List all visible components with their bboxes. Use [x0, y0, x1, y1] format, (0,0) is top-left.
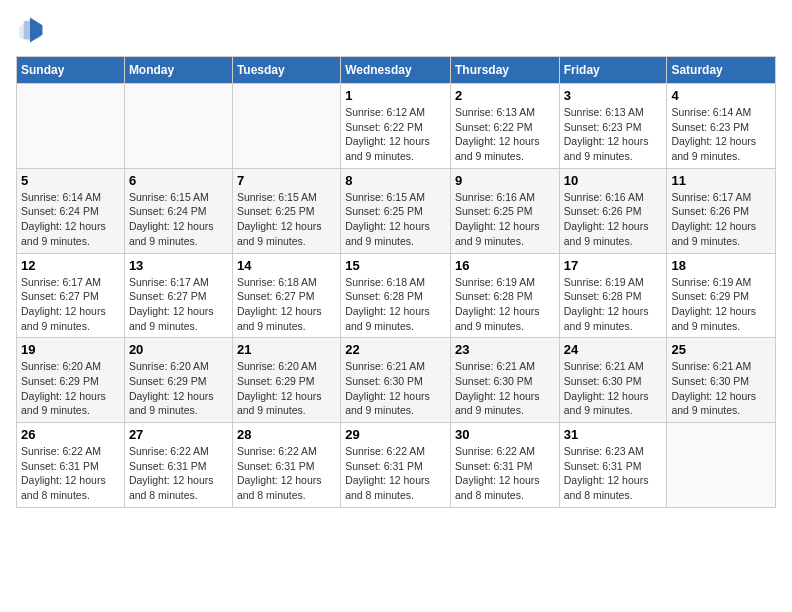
- logo: [16, 16, 48, 44]
- calendar-cell: 15Sunrise: 6:18 AMSunset: 6:28 PMDayligh…: [341, 253, 451, 338]
- day-number: 1: [345, 88, 446, 103]
- calendar-cell: 27Sunrise: 6:22 AMSunset: 6:31 PMDayligh…: [124, 423, 232, 508]
- day-number: 25: [671, 342, 771, 357]
- calendar-week-3: 19Sunrise: 6:20 AMSunset: 6:29 PMDayligh…: [17, 338, 776, 423]
- calendar-cell: 5Sunrise: 6:14 AMSunset: 6:24 PMDaylight…: [17, 168, 125, 253]
- calendar-cell: [667, 423, 776, 508]
- day-number: 11: [671, 173, 771, 188]
- day-info: Sunrise: 6:13 AMSunset: 6:22 PMDaylight:…: [455, 105, 555, 164]
- day-info: Sunrise: 6:19 AMSunset: 6:28 PMDaylight:…: [564, 275, 663, 334]
- day-info: Sunrise: 6:20 AMSunset: 6:29 PMDaylight:…: [237, 359, 336, 418]
- calendar-cell: 11Sunrise: 6:17 AMSunset: 6:26 PMDayligh…: [667, 168, 776, 253]
- calendar-cell: 19Sunrise: 6:20 AMSunset: 6:29 PMDayligh…: [17, 338, 125, 423]
- day-info: Sunrise: 6:22 AMSunset: 6:31 PMDaylight:…: [21, 444, 120, 503]
- calendar-cell: 26Sunrise: 6:22 AMSunset: 6:31 PMDayligh…: [17, 423, 125, 508]
- day-info: Sunrise: 6:20 AMSunset: 6:29 PMDaylight:…: [129, 359, 228, 418]
- day-number: 12: [21, 258, 120, 273]
- day-number: 29: [345, 427, 446, 442]
- calendar-cell: 16Sunrise: 6:19 AMSunset: 6:28 PMDayligh…: [450, 253, 559, 338]
- day-info: Sunrise: 6:21 AMSunset: 6:30 PMDaylight:…: [564, 359, 663, 418]
- calendar-header-tuesday: Tuesday: [232, 57, 340, 84]
- calendar-cell: 12Sunrise: 6:17 AMSunset: 6:27 PMDayligh…: [17, 253, 125, 338]
- day-info: Sunrise: 6:12 AMSunset: 6:22 PMDaylight:…: [345, 105, 446, 164]
- day-number: 17: [564, 258, 663, 273]
- day-info: Sunrise: 6:19 AMSunset: 6:28 PMDaylight:…: [455, 275, 555, 334]
- day-info: Sunrise: 6:15 AMSunset: 6:25 PMDaylight:…: [345, 190, 446, 249]
- logo-icon: [16, 16, 44, 44]
- day-number: 18: [671, 258, 771, 273]
- calendar-cell: 25Sunrise: 6:21 AMSunset: 6:30 PMDayligh…: [667, 338, 776, 423]
- day-number: 6: [129, 173, 228, 188]
- calendar-cell: 29Sunrise: 6:22 AMSunset: 6:31 PMDayligh…: [341, 423, 451, 508]
- calendar-header-saturday: Saturday: [667, 57, 776, 84]
- day-number: 15: [345, 258, 446, 273]
- day-info: Sunrise: 6:16 AMSunset: 6:25 PMDaylight:…: [455, 190, 555, 249]
- day-info: Sunrise: 6:13 AMSunset: 6:23 PMDaylight:…: [564, 105, 663, 164]
- calendar-body: 1Sunrise: 6:12 AMSunset: 6:22 PMDaylight…: [17, 84, 776, 508]
- day-number: 26: [21, 427, 120, 442]
- page-header: [16, 16, 776, 44]
- calendar-cell: 1Sunrise: 6:12 AMSunset: 6:22 PMDaylight…: [341, 84, 451, 169]
- day-number: 27: [129, 427, 228, 442]
- day-info: Sunrise: 6:23 AMSunset: 6:31 PMDaylight:…: [564, 444, 663, 503]
- calendar-header-monday: Monday: [124, 57, 232, 84]
- day-number: 30: [455, 427, 555, 442]
- calendar-cell: 13Sunrise: 6:17 AMSunset: 6:27 PMDayligh…: [124, 253, 232, 338]
- day-info: Sunrise: 6:17 AMSunset: 6:27 PMDaylight:…: [129, 275, 228, 334]
- calendar-cell: 18Sunrise: 6:19 AMSunset: 6:29 PMDayligh…: [667, 253, 776, 338]
- day-number: 31: [564, 427, 663, 442]
- day-number: 8: [345, 173, 446, 188]
- day-info: Sunrise: 6:21 AMSunset: 6:30 PMDaylight:…: [671, 359, 771, 418]
- calendar-cell: 14Sunrise: 6:18 AMSunset: 6:27 PMDayligh…: [232, 253, 340, 338]
- day-number: 16: [455, 258, 555, 273]
- calendar-header-thursday: Thursday: [450, 57, 559, 84]
- calendar-cell: 7Sunrise: 6:15 AMSunset: 6:25 PMDaylight…: [232, 168, 340, 253]
- day-info: Sunrise: 6:21 AMSunset: 6:30 PMDaylight:…: [455, 359, 555, 418]
- day-info: Sunrise: 6:18 AMSunset: 6:27 PMDaylight:…: [237, 275, 336, 334]
- day-info: Sunrise: 6:18 AMSunset: 6:28 PMDaylight:…: [345, 275, 446, 334]
- calendar-cell: 22Sunrise: 6:21 AMSunset: 6:30 PMDayligh…: [341, 338, 451, 423]
- day-number: 22: [345, 342, 446, 357]
- calendar-table: SundayMondayTuesdayWednesdayThursdayFrid…: [16, 56, 776, 508]
- calendar-cell: 3Sunrise: 6:13 AMSunset: 6:23 PMDaylight…: [559, 84, 667, 169]
- calendar-week-1: 5Sunrise: 6:14 AMSunset: 6:24 PMDaylight…: [17, 168, 776, 253]
- day-info: Sunrise: 6:21 AMSunset: 6:30 PMDaylight:…: [345, 359, 446, 418]
- day-info: Sunrise: 6:14 AMSunset: 6:24 PMDaylight:…: [21, 190, 120, 249]
- calendar-header-row: SundayMondayTuesdayWednesdayThursdayFrid…: [17, 57, 776, 84]
- calendar-cell: 9Sunrise: 6:16 AMSunset: 6:25 PMDaylight…: [450, 168, 559, 253]
- day-info: Sunrise: 6:22 AMSunset: 6:31 PMDaylight:…: [455, 444, 555, 503]
- calendar-cell: 4Sunrise: 6:14 AMSunset: 6:23 PMDaylight…: [667, 84, 776, 169]
- day-number: 28: [237, 427, 336, 442]
- day-info: Sunrise: 6:22 AMSunset: 6:31 PMDaylight:…: [129, 444, 228, 503]
- day-number: 20: [129, 342, 228, 357]
- calendar-cell: 20Sunrise: 6:20 AMSunset: 6:29 PMDayligh…: [124, 338, 232, 423]
- calendar-cell: [232, 84, 340, 169]
- day-number: 19: [21, 342, 120, 357]
- day-info: Sunrise: 6:17 AMSunset: 6:26 PMDaylight:…: [671, 190, 771, 249]
- calendar-cell: 21Sunrise: 6:20 AMSunset: 6:29 PMDayligh…: [232, 338, 340, 423]
- day-info: Sunrise: 6:22 AMSunset: 6:31 PMDaylight:…: [345, 444, 446, 503]
- calendar-cell: 31Sunrise: 6:23 AMSunset: 6:31 PMDayligh…: [559, 423, 667, 508]
- calendar-cell: 10Sunrise: 6:16 AMSunset: 6:26 PMDayligh…: [559, 168, 667, 253]
- calendar-header-sunday: Sunday: [17, 57, 125, 84]
- day-info: Sunrise: 6:14 AMSunset: 6:23 PMDaylight:…: [671, 105, 771, 164]
- day-info: Sunrise: 6:15 AMSunset: 6:25 PMDaylight:…: [237, 190, 336, 249]
- day-info: Sunrise: 6:19 AMSunset: 6:29 PMDaylight:…: [671, 275, 771, 334]
- day-info: Sunrise: 6:16 AMSunset: 6:26 PMDaylight:…: [564, 190, 663, 249]
- day-number: 21: [237, 342, 336, 357]
- day-number: 7: [237, 173, 336, 188]
- day-number: 4: [671, 88, 771, 103]
- calendar-cell: 28Sunrise: 6:22 AMSunset: 6:31 PMDayligh…: [232, 423, 340, 508]
- calendar-header-friday: Friday: [559, 57, 667, 84]
- calendar-cell: [124, 84, 232, 169]
- day-number: 23: [455, 342, 555, 357]
- day-number: 10: [564, 173, 663, 188]
- calendar-week-2: 12Sunrise: 6:17 AMSunset: 6:27 PMDayligh…: [17, 253, 776, 338]
- day-number: 24: [564, 342, 663, 357]
- day-number: 14: [237, 258, 336, 273]
- day-info: Sunrise: 6:20 AMSunset: 6:29 PMDaylight:…: [21, 359, 120, 418]
- calendar-cell: 6Sunrise: 6:15 AMSunset: 6:24 PMDaylight…: [124, 168, 232, 253]
- calendar-week-4: 26Sunrise: 6:22 AMSunset: 6:31 PMDayligh…: [17, 423, 776, 508]
- calendar-week-0: 1Sunrise: 6:12 AMSunset: 6:22 PMDaylight…: [17, 84, 776, 169]
- day-number: 5: [21, 173, 120, 188]
